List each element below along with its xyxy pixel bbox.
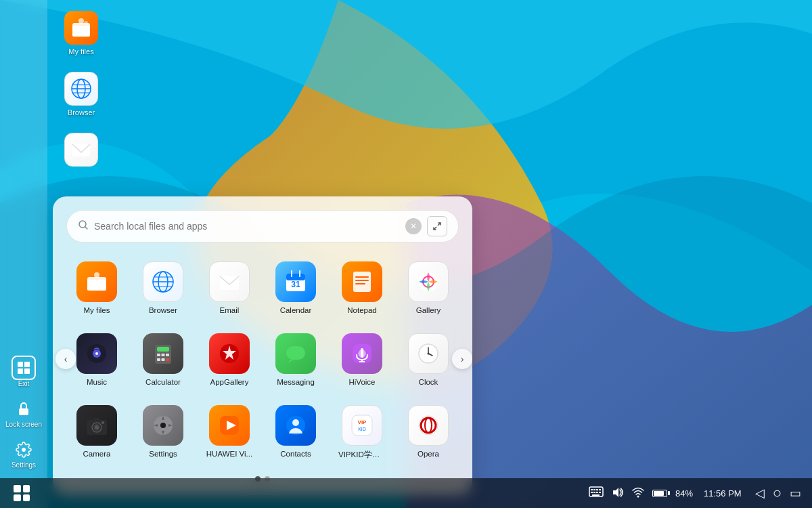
app-item-vipkid[interactable]: VIPKIDVIPKID学习... (332, 400, 392, 465)
app-icon-clock (408, 333, 449, 374)
taskbar-right: 84% 11:56 PM ◁ ○ ▭ (589, 484, 801, 502)
app-label-contacts: Contacts (280, 450, 311, 458)
svg-text:KID: KID (358, 427, 366, 431)
svg-rect-2 (72, 26, 90, 37)
app-icon-messaging (275, 333, 316, 374)
svg-point-70 (102, 421, 104, 424)
app-item-appgallery[interactable]: AppGallery (199, 328, 260, 391)
app-item-email[interactable]: Email (199, 256, 260, 320)
svg-text:31: 31 (291, 280, 300, 289)
myfiles-icon (64, 11, 98, 45)
app-label-hivoice: HiVoice (349, 378, 376, 386)
svg-marker-56 (288, 360, 293, 364)
app-item-gallery[interactable]: Gallery (398, 256, 459, 320)
exit-label: Exit (18, 380, 30, 387)
search-bar: ✕ (66, 210, 459, 242)
svg-rect-52 (162, 358, 165, 361)
desktop-icons-container: My files Browser (54, 0, 108, 183)
svg-rect-40 (355, 283, 365, 284)
app-label-vipkid: VIPKID学习... (338, 450, 386, 460)
app-item-calendar[interactable]: 31Calendar (265, 256, 326, 320)
app-item-myfiles[interactable]: My files (66, 256, 127, 320)
search-input[interactable] (94, 221, 405, 232)
recent-button[interactable]: ▭ (790, 486, 801, 501)
app-icon-contacts (275, 405, 316, 446)
svg-rect-39 (355, 280, 369, 281)
browser-icon (64, 72, 98, 106)
sidebar: Exit Lock screen Settings (0, 0, 47, 508)
desktop-icon-browser[interactable]: Browser (60, 66, 103, 122)
battery-percent: 84% (675, 488, 693, 499)
svg-rect-88 (596, 489, 598, 490)
svg-rect-91 (593, 492, 595, 493)
app-item-contacts[interactable]: Contacts (265, 400, 326, 465)
svg-point-4 (84, 21, 88, 25)
sidebar-item-exit[interactable]: Exit (2, 350, 45, 393)
app-icon-music (76, 333, 117, 374)
app-item-calculator[interactable]: Calculator (133, 328, 194, 391)
desktop-icon-myfiles[interactable]: My files (60, 5, 103, 61)
desktop-icon-email[interactable] (60, 127, 103, 175)
apps-grid-icon[interactable] (11, 482, 32, 504)
svg-rect-16 (19, 408, 28, 415)
app-icon-camera (76, 405, 117, 446)
app-icon-gallery (408, 261, 449, 302)
svg-point-69 (95, 425, 99, 429)
svg-line-19 (85, 227, 87, 229)
svg-rect-86 (591, 489, 593, 490)
app-icon-appgallery (209, 333, 250, 374)
app-item-opera[interactable]: Opera (398, 400, 459, 465)
svg-rect-15 (24, 368, 30, 374)
wifi-icon[interactable] (632, 486, 644, 501)
svg-point-24 (94, 272, 99, 278)
exit-icon (12, 356, 36, 380)
svg-rect-89 (599, 489, 601, 490)
svg-rect-14 (18, 368, 23, 374)
settings-label: Settings (12, 461, 36, 469)
volume-icon[interactable] (612, 486, 624, 501)
app-label-settings: Settings (149, 450, 177, 458)
app-label-myfiles: My files (84, 306, 110, 314)
app-label-appgallery: AppGallery (210, 378, 249, 386)
app-item-browser[interactable]: Browser (133, 256, 194, 320)
app-item-camera[interactable]: Camera (66, 400, 127, 465)
nav-arrow-right[interactable]: › (452, 349, 472, 369)
search-icon (78, 219, 89, 233)
svg-rect-94 (592, 494, 600, 496)
nav-arrow-left[interactable]: ‹ (55, 349, 76, 369)
sidebar-item-lockscreen[interactable]: Lock screen (2, 396, 45, 433)
home-button[interactable]: ○ (773, 484, 782, 502)
keyboard-icon[interactable] (589, 486, 604, 501)
app-item-messaging[interactable]: Messaging (265, 328, 326, 391)
app-icon-calculator (143, 333, 183, 374)
app-item-hivoice[interactable]: HiVoice (332, 328, 392, 391)
app-item-clock[interactable]: Clock (398, 328, 459, 391)
svg-rect-23 (87, 280, 106, 291)
battery-indicator (652, 490, 667, 497)
svg-rect-92 (596, 492, 598, 493)
app-label-clock: Clock (419, 378, 438, 386)
app-label-messaging: Messaging (277, 378, 315, 386)
app-label-huaweivid: HUAWEI Vi... (206, 450, 252, 458)
app-item-huaweivid[interactable]: HUAWEI Vi... (199, 400, 260, 465)
app-label-notepad: Notepad (347, 306, 376, 314)
battery-bar (652, 490, 667, 497)
svg-rect-58 (361, 348, 363, 358)
svg-rect-49 (162, 354, 165, 356)
app-item-settings[interactable]: Settings (133, 400, 194, 465)
svg-rect-55 (286, 346, 305, 360)
search-expand-button[interactable] (427, 216, 447, 236)
svg-rect-51 (157, 358, 160, 361)
app-label-music: Music (87, 378, 107, 386)
sidebar-item-settings[interactable]: Settings (2, 436, 45, 474)
svg-rect-50 (166, 354, 169, 356)
search-clear-button[interactable]: ✕ (405, 218, 422, 234)
back-button[interactable]: ◁ (755, 486, 765, 501)
app-label-browser: Browser (149, 306, 177, 314)
app-item-notepad[interactable]: Notepad (332, 256, 392, 320)
clock-time: 11:56 PM (704, 488, 742, 499)
sq3 (14, 494, 21, 502)
svg-rect-38 (355, 276, 369, 278)
app-label-calculator: Calculator (145, 378, 181, 386)
svg-rect-53 (166, 358, 169, 361)
